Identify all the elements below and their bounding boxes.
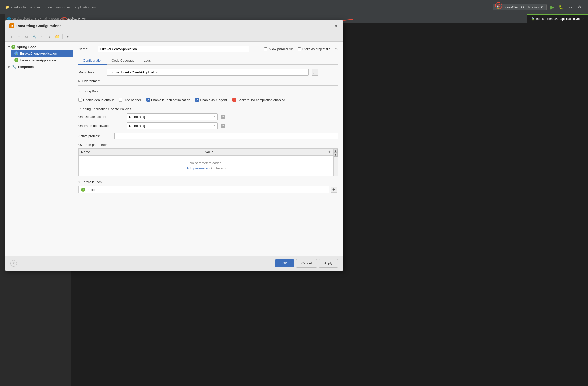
- play-icon: ▶: [550, 4, 554, 10]
- params-table-wrapper: Name Value + No parameters added. Add pa…: [78, 148, 338, 176]
- environment-section-header[interactable]: ▶ Environment: [78, 79, 338, 83]
- frame-deactivation-label: On frame deactivation:: [78, 124, 124, 128]
- main-class-row: Main class: …: [78, 69, 338, 76]
- templates-label: Templates: [18, 65, 34, 69]
- enable-launch-label: Enable launch optimization: [151, 98, 190, 102]
- enable-debug-checkbox-label[interactable]: Enable debug output: [78, 98, 114, 102]
- tree-panel: ▾ 🍃 Spring Boot 🍃 EurekaClientAApplicati…: [5, 42, 73, 256]
- edit-defaults-button[interactable]: 🔧: [31, 33, 38, 40]
- active-editor-tab[interactable]: 🍃 eureka-client-a\...\application.yml ✕: [527, 14, 588, 23]
- eureka-client-app-item[interactable]: 🍃 EurekaClientAApplication: [11, 50, 73, 57]
- allow-parallel-checkbox[interactable]: [264, 47, 267, 51]
- add-config-button[interactable]: +: [8, 33, 15, 40]
- springboot-section: ▾ Spring Boot Enable debug output Hide b…: [78, 89, 338, 129]
- name-label: Name:: [78, 47, 94, 51]
- config-panel: Name: Allow parallel run Store as projec…: [73, 42, 343, 256]
- browse-main-class-button[interactable]: …: [312, 69, 318, 76]
- folder-button[interactable]: 📁: [54, 33, 60, 40]
- enable-debug-checkbox[interactable]: [78, 98, 82, 102]
- spring-boot-group-icon: 🍃: [11, 45, 15, 49]
- tab-configuration[interactable]: Configuration: [78, 56, 107, 65]
- coverage-button[interactable]: 🛡: [567, 4, 574, 11]
- project-icon: 📁: [5, 5, 9, 9]
- config-title-icon: R: [9, 23, 14, 28]
- templates-chevron-icon: ▶: [8, 65, 10, 68]
- frame-deactivation-help-icon[interactable]: ?: [221, 124, 225, 128]
- run-config-area: 🍃 EurekaClientAApplication ▼ ▶ 🐛 🛡 ⏱: [493, 4, 583, 11]
- dialog-body: ▾ 🍃 Spring Boot 🍃 EurekaClientAApplicati…: [5, 42, 343, 256]
- divider-1: [78, 85, 338, 86]
- move-down-button[interactable]: ↓: [46, 33, 53, 40]
- before-launch-header[interactable]: ▾ Before launch: [78, 180, 338, 184]
- tab-logs[interactable]: Logs: [139, 56, 155, 65]
- error-icon: !: [232, 98, 236, 102]
- tab-filename: eureka-client-a\...\application.yml: [536, 17, 580, 21]
- springboot-section-header[interactable]: ▾ Spring Boot: [78, 89, 338, 93]
- run-config-dropdown[interactable]: 🍃 EurekaClientAApplication ▼: [493, 4, 547, 10]
- store-project-checkbox[interactable]: [298, 47, 301, 51]
- hide-banner-checkbox[interactable]: [119, 98, 122, 102]
- dialog-close-button[interactable]: ✕: [333, 23, 339, 29]
- params-body: No parameters added. Add parameter (Alt+…: [79, 156, 333, 176]
- tab-code-coverage[interactable]: Code Coverage: [107, 56, 139, 65]
- add-param-row: Add parameter (Alt+Insert): [187, 166, 226, 170]
- bg-compilation-indicator: ! Background compilation enabled: [232, 98, 285, 102]
- debug-button[interactable]: 🐛: [558, 4, 565, 11]
- enable-jmx-checkbox[interactable]: ✓: [195, 98, 199, 102]
- enable-launch-checkbox-label[interactable]: ✓ Enable launch optimization: [146, 98, 190, 102]
- store-project-label: Store as project file: [302, 47, 330, 51]
- tab-close-icon[interactable]: ✕: [582, 17, 584, 20]
- springboot-chevron-icon: ▾: [78, 90, 80, 93]
- enable-jmx-label: Enable JMX agent: [200, 98, 227, 102]
- springboot-section-label: Spring Boot: [81, 89, 99, 93]
- enable-jmx-checkbox-label[interactable]: ✓ Enable JMX agent: [195, 98, 227, 102]
- eureka-server-app-item[interactable]: 🍃 EurekaServerApplication: [11, 57, 73, 63]
- dialog-title: R Run/Debug Configurations: [9, 23, 61, 28]
- allow-parallel-label: Allow parallel run: [269, 47, 294, 51]
- help-button[interactable]: ?: [10, 260, 17, 267]
- ok-button[interactable]: OK: [275, 259, 294, 267]
- update-action-help-icon[interactable]: ?: [221, 115, 225, 119]
- config-run-label: EurekaClientAApplication: [501, 5, 539, 9]
- apply-button[interactable]: Apply: [319, 259, 338, 268]
- params-value-col-header: Value: [203, 149, 327, 155]
- add-param-link[interactable]: Add parameter: [187, 166, 208, 170]
- hide-banner-label: Hide banner: [123, 98, 141, 102]
- profile-button[interactable]: ⏱: [576, 4, 583, 11]
- active-profiles-label: Active profiles:: [78, 134, 111, 138]
- enable-launch-checkbox[interactable]: ✓: [146, 98, 150, 102]
- move-up-button[interactable]: ↑: [39, 33, 45, 40]
- override-params-section: Override parameters: Name Value + No par…: [78, 143, 338, 176]
- remove-config-button[interactable]: −: [16, 33, 22, 40]
- frame-deactivation-select[interactable]: Do nothing: [127, 122, 218, 129]
- params-name-col-header: Name: [79, 149, 203, 155]
- scroll-up-button[interactable]: ▲: [334, 149, 338, 153]
- spring-boot-group[interactable]: ▾ 🍃 Spring Boot: [5, 44, 73, 50]
- main-class-input[interactable]: [107, 69, 309, 76]
- config-run-icon: 🍃: [496, 5, 500, 9]
- update-action-select[interactable]: Do nothing: [127, 113, 218, 120]
- scroll-down-button[interactable]: ▼: [334, 153, 338, 157]
- store-project-checkbox-label[interactable]: Store as project file: [298, 47, 330, 51]
- more-button[interactable]: »: [65, 33, 71, 40]
- hide-banner-checkbox-label[interactable]: Hide banner: [119, 98, 141, 102]
- allow-parallel-checkbox-label[interactable]: Allow parallel run: [264, 47, 294, 51]
- add-before-launch-button[interactable]: +: [331, 187, 337, 193]
- active-profiles-input[interactable]: [114, 133, 338, 139]
- selected-item-label: EurekaClientAApplication: [20, 52, 57, 55]
- before-launch-chevron-icon: ▾: [78, 180, 80, 184]
- before-launch-row: 🍃 Build +: [78, 186, 338, 193]
- templates-item[interactable]: ▶ 🔧 Templates: [5, 63, 73, 70]
- run-button[interactable]: ▶: [549, 4, 556, 11]
- cancel-button[interactable]: Cancel: [296, 259, 317, 268]
- profile-icon: ⏱: [578, 5, 581, 9]
- add-param-row-button[interactable]: +: [326, 149, 332, 155]
- globe-icon: 🌐: [7, 17, 11, 20]
- copy-config-button[interactable]: ⧉: [23, 33, 30, 40]
- server-item-label: EurekaServerApplication: [20, 58, 56, 62]
- update-action-row: On 'Update' action: Do nothing ?: [78, 113, 338, 120]
- selected-item-icon: 🍃: [14, 51, 18, 55]
- toolbar-separator: [62, 34, 63, 39]
- store-project-gear-icon[interactable]: ⚙: [334, 47, 338, 51]
- name-input[interactable]: [98, 46, 249, 52]
